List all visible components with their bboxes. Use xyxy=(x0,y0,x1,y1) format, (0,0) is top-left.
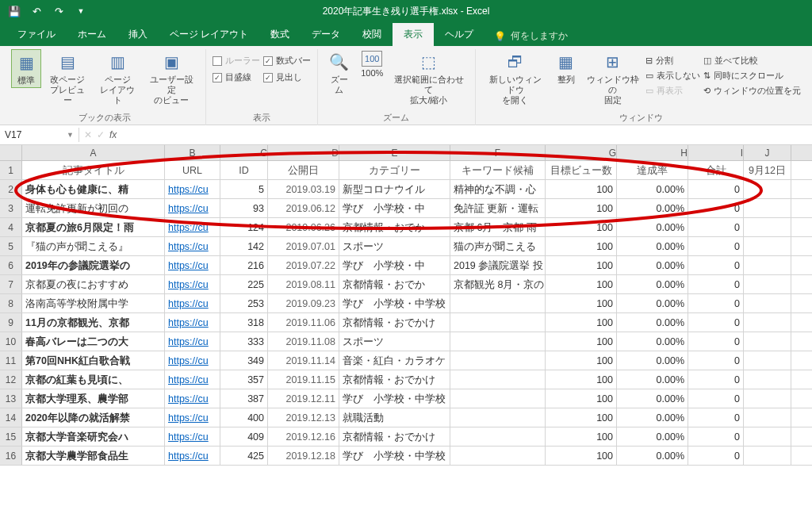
headings-checkbox[interactable]: ✓ 見出し xyxy=(263,71,311,84)
row-header[interactable]: 8 xyxy=(0,294,22,312)
row-header[interactable]: 11 xyxy=(0,351,22,370)
cell[interactable] xyxy=(744,370,791,389)
cell-header[interactable]: 達成率 xyxy=(617,161,688,179)
cell[interactable] xyxy=(744,294,791,312)
cell[interactable]: 425 xyxy=(220,447,268,465)
cell[interactable]: 0 xyxy=(688,180,744,198)
new-window-button[interactable]: 🗗 新しいウィンドウ を開く xyxy=(482,49,549,108)
cell-header[interactable]: ID xyxy=(220,161,268,179)
cell[interactable]: 洛南高等学校附属中学 xyxy=(22,294,165,312)
zoom-100-button[interactable]: 100 100% xyxy=(358,49,386,80)
cell[interactable]: 0.00% xyxy=(617,447,688,465)
cell[interactable]: 100 xyxy=(546,256,617,274)
cell[interactable]: 100 xyxy=(546,275,617,293)
formula-bar-checkbox[interactable]: ✓ 数式バー xyxy=(263,54,311,67)
cell[interactable]: 100 xyxy=(546,389,617,408)
cell[interactable]: 0.00% xyxy=(617,351,688,370)
cell[interactable]: https://cu xyxy=(165,332,220,351)
cell[interactable] xyxy=(450,370,546,389)
cell[interactable]: https://cu xyxy=(165,256,220,274)
cell[interactable]: 100 xyxy=(546,218,617,236)
arrange-button[interactable]: ▦ 整列 xyxy=(552,49,580,86)
col-header-A[interactable]: A xyxy=(22,145,165,160)
cell[interactable]: 就職活動 xyxy=(339,408,450,427)
cell[interactable] xyxy=(450,389,546,408)
col-header-D[interactable]: D xyxy=(268,145,339,160)
row-header[interactable]: 5 xyxy=(0,237,22,255)
cell[interactable]: 2019.09.23 xyxy=(268,294,339,312)
cell[interactable] xyxy=(744,275,791,293)
gridlines-checkbox[interactable]: ✓ 目盛線 xyxy=(213,71,260,84)
zoom-selection-button[interactable]: ⬚ 選択範囲に合わせて 拡大/縮小 xyxy=(389,49,468,108)
row-header[interactable]: 4 xyxy=(0,218,22,236)
cell[interactable]: 0 xyxy=(688,199,744,217)
col-header-C[interactable]: C xyxy=(220,145,268,160)
cell[interactable]: 0.00% xyxy=(617,180,688,198)
cell[interactable]: 100 xyxy=(546,199,617,217)
tell-me-search[interactable]: 💡 何をしますか xyxy=(494,29,568,46)
cell[interactable]: https://cu xyxy=(165,275,220,293)
cell[interactable]: 音楽・紅白・カラオケ xyxy=(339,351,450,370)
cell-header[interactable]: 9月12日 xyxy=(744,161,791,179)
cell[interactable]: 216 xyxy=(220,256,268,274)
cell[interactable]: https://cu xyxy=(165,218,220,236)
cell[interactable]: https://cu xyxy=(165,313,220,332)
col-header-I[interactable]: I xyxy=(688,145,744,160)
cell[interactable]: 2019.11.08 xyxy=(268,332,339,351)
cell[interactable]: 京都情報・おでか xyxy=(339,218,450,236)
col-header-G[interactable]: G xyxy=(546,145,617,160)
cell[interactable]: 2019.07.22 xyxy=(268,256,339,274)
row-header[interactable]: 10 xyxy=(0,332,22,351)
cell[interactable]: https://cu xyxy=(165,294,220,312)
cell[interactable] xyxy=(744,180,791,198)
cell[interactable]: 100 xyxy=(546,180,617,198)
cell[interactable]: 2019年の参議院選挙の xyxy=(22,256,165,274)
tab-home[interactable]: ホーム xyxy=(67,23,117,46)
normal-view-button[interactable]: ▦ 標準 xyxy=(11,49,41,88)
cell[interactable]: 京都大学農学部食品生 xyxy=(22,447,165,465)
cell[interactable]: 0 xyxy=(688,237,744,255)
row-header-1[interactable]: 1 xyxy=(0,161,22,179)
cell[interactable]: 京都大学音楽研究会ハ xyxy=(22,427,165,446)
cell[interactable]: 0 xyxy=(688,218,744,236)
cell[interactable]: 100 xyxy=(546,237,617,255)
cell[interactable]: 409 xyxy=(220,427,268,446)
cell[interactable]: https://cu xyxy=(165,237,220,255)
cell[interactable]: 『猫の声が聞こえる』 xyxy=(22,237,165,255)
cell[interactable]: 2019.06.26 xyxy=(268,218,339,236)
cell[interactable]: 京都夏の夜におすすめ xyxy=(22,275,165,293)
row-header[interactable]: 2 xyxy=(0,180,22,198)
qat-customize-icon[interactable]: ▼ xyxy=(73,3,89,19)
cell[interactable]: 0 xyxy=(688,370,744,389)
cell[interactable] xyxy=(450,427,546,446)
cell[interactable]: 0 xyxy=(688,294,744,312)
cell[interactable]: スポーツ xyxy=(339,237,450,255)
cell[interactable]: https://cu xyxy=(165,370,220,389)
cell[interactable]: 0 xyxy=(688,447,744,465)
col-header-F[interactable]: F xyxy=(450,145,546,160)
cell[interactable] xyxy=(450,447,546,465)
cell[interactable]: https://cu xyxy=(165,180,220,198)
cell[interactable]: 11月の京都観光、京都 xyxy=(22,313,165,332)
cell[interactable]: 0.00% xyxy=(617,370,688,389)
row-header[interactable]: 14 xyxy=(0,408,22,427)
cell[interactable]: 0.00% xyxy=(617,332,688,351)
cell[interactable]: スポーツ xyxy=(339,332,450,351)
cell[interactable]: 93 xyxy=(220,199,268,217)
cell-header[interactable]: 目標ビュー数 xyxy=(546,161,617,179)
cell[interactable] xyxy=(744,389,791,408)
cell[interactable]: 学び 小学校・中 xyxy=(339,199,450,217)
cell[interactable]: 2019.12.13 xyxy=(268,408,339,427)
cell[interactable] xyxy=(744,199,791,217)
cell[interactable]: 0 xyxy=(688,389,744,408)
cell[interactable]: 0 xyxy=(688,332,744,351)
cell[interactable]: 318 xyxy=(220,313,268,332)
cell-header[interactable]: URL xyxy=(165,161,220,179)
cell[interactable]: 0.00% xyxy=(617,408,688,427)
col-header-E[interactable]: E xyxy=(339,145,450,160)
cell[interactable]: 2019.12.18 xyxy=(268,447,339,465)
redo-icon[interactable]: ↷ xyxy=(51,3,67,19)
cell[interactable]: 0 xyxy=(688,275,744,293)
cell[interactable]: https://cu xyxy=(165,389,220,408)
cell-header[interactable]: キーワード候補 xyxy=(450,161,546,179)
